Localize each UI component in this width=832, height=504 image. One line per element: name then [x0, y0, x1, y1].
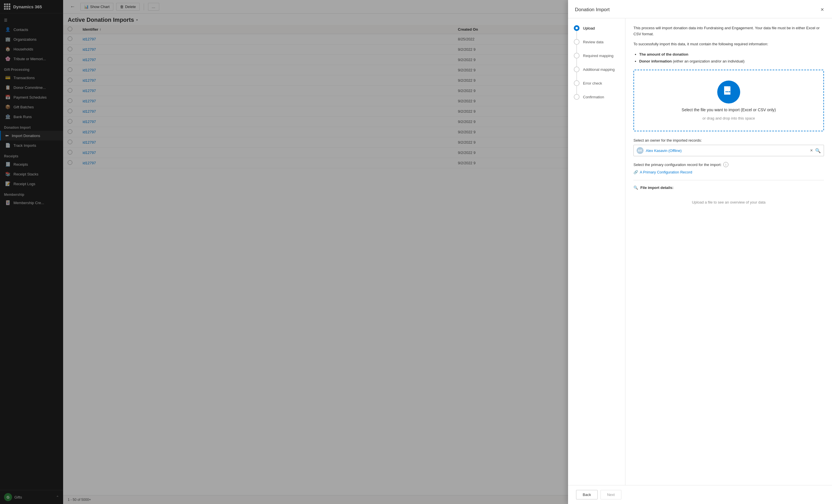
next-modal-button[interactable]: Next [600, 490, 621, 499]
file-drop-zone[interactable]: Select the file you want to import (Exce… [633, 70, 824, 131]
drop-zone-sub-text: or drag and drop into this space [703, 116, 755, 120]
info-icon: i [723, 162, 728, 167]
step-label-review: Review data [583, 40, 604, 44]
intro-text: This process will import donation data i… [633, 25, 824, 37]
intro-required-header: To successfully import this data, it mus… [633, 41, 824, 47]
step-additional: Additional mapping [574, 66, 619, 72]
config-link-icon: 🔗 [633, 170, 638, 174]
file-svg-icon [722, 85, 735, 99]
step-circle-upload [574, 25, 579, 31]
step-confirmation: Confirmation [574, 94, 619, 100]
config-link[interactable]: 🔗 A Primary Configuration Record [633, 170, 824, 174]
step-circle-required [574, 53, 579, 58]
required-item-1-text: The amount of the donation [639, 52, 688, 56]
steps-panel: Upload Review data Required mapping Addi… [568, 18, 625, 485]
modal-header: Donation Import × [568, 0, 832, 18]
step-circle-error [574, 80, 579, 86]
step-connector-3 [576, 58, 577, 66]
required-item-1: The amount of the donation [639, 51, 824, 58]
modal-overlay: Donation Import × Upload Review data Req… [0, 0, 832, 504]
step-label-error: Error check [583, 81, 602, 85]
svg-point-2 [727, 91, 728, 92]
back-modal-button[interactable]: Back [576, 490, 598, 499]
config-label: Select the primary configuration record … [633, 162, 824, 167]
modal-body: Upload Review data Required mapping Addi… [568, 18, 832, 485]
drop-zone-main-text: Select the file you want to import (Exce… [682, 108, 776, 112]
step-label-required: Required mapping [583, 54, 614, 58]
step-error: Error check [574, 80, 619, 86]
file-details-title: File import details: [640, 186, 674, 190]
modal-title: Donation Import [575, 7, 610, 12]
step-review: Review data [574, 39, 619, 45]
step-connector-2 [576, 45, 577, 53]
required-item-2-rest: (either an organization and/or an indivi… [673, 59, 745, 63]
required-item-2: Donor information (either an organizatio… [639, 58, 824, 64]
owner-field: AK Alex Kasavin (Offline) × 🔍 [633, 145, 824, 156]
owner-field-label: Select an owner for the imported records… [633, 138, 824, 142]
step-connector-1 [576, 31, 577, 39]
step-label-additional: Additional mapping [583, 67, 615, 72]
modal-footer: Back Next [568, 485, 832, 504]
required-item-2-bold: Donor information [639, 59, 672, 63]
step-upload: Upload [574, 25, 619, 31]
donation-import-modal: Donation Import × Upload Review data Req… [568, 0, 832, 504]
step-circle-review [574, 39, 579, 45]
svg-point-1 [726, 91, 727, 92]
drop-icon-circle [717, 81, 740, 104]
svg-point-3 [729, 91, 730, 92]
owner-avatar: AK [636, 147, 644, 154]
file-details-empty: Upload a file to see an overview of your… [633, 194, 824, 210]
step-circle-additional [574, 66, 579, 72]
step-required: Required mapping [574, 53, 619, 58]
step-connector-4 [576, 72, 577, 80]
modal-close-button[interactable]: × [820, 5, 825, 14]
section-divider [633, 180, 824, 180]
step-label-upload: Upload [583, 26, 595, 30]
modal-content-area: This process will import donation data i… [625, 18, 832, 485]
file-details-search-icon: 🔍 [633, 186, 638, 190]
owner-clear-button[interactable]: × [810, 148, 813, 153]
owner-search-button[interactable]: 🔍 [815, 148, 821, 153]
required-list: The amount of the donation Donor informa… [639, 51, 824, 64]
step-label-confirmation: Confirmation [583, 95, 604, 99]
step-circle-confirmation [574, 94, 579, 100]
file-details-header: 🔍 File import details: [633, 186, 824, 190]
config-link-text: A Primary Configuration Record [640, 170, 692, 174]
step-connector-5 [576, 86, 577, 94]
owner-name: Alex Kasavin (Offline) [646, 148, 808, 153]
